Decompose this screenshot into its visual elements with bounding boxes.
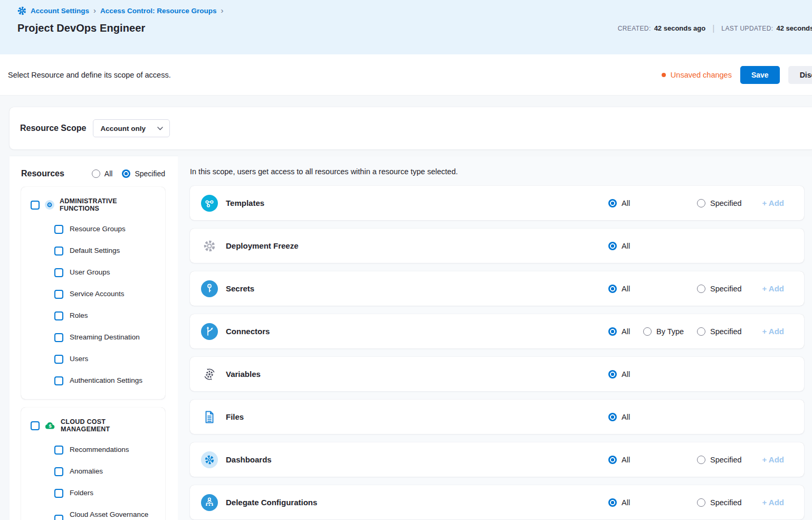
item-checkbox[interactable] — [54, 311, 63, 320]
dashboards-icon — [201, 451, 218, 468]
radio-all-label: All — [104, 169, 113, 178]
resource-type-label: Files — [226, 412, 244, 421]
list-item[interactable]: Cloud Asset Governance Rules — [54, 510, 157, 520]
resource-scope-dropdown[interactable]: Account only — [93, 119, 170, 137]
item-label: Folders — [70, 489, 93, 497]
list-item[interactable]: Resource Groups — [54, 225, 157, 234]
item-label: Users — [70, 355, 88, 363]
radio-specified[interactable] — [122, 169, 130, 178]
scope-description: In this scope, users get access to all r… — [190, 167, 804, 176]
radio-all[interactable] — [608, 199, 617, 207]
radio-specified[interactable] — [697, 327, 705, 336]
table-row: Dashboards All Specified + Add — [190, 442, 804, 477]
item-label: Recommendations — [70, 446, 129, 454]
save-button[interactable]: Save — [740, 66, 780, 84]
radio-all[interactable] — [608, 327, 617, 336]
breadcrumb-account-settings[interactable]: Account Settings — [31, 7, 89, 15]
radio-all[interactable] — [608, 285, 617, 293]
resource-type-label: Connectors — [226, 327, 270, 336]
radio-all[interactable] — [608, 456, 617, 464]
deployment-freeze-icon — [201, 238, 218, 254]
list-item[interactable]: Folders — [54, 489, 157, 498]
radio-all[interactable] — [608, 413, 617, 421]
resource-group-card: ADMINISTRATIVE FUNCTIONS Resource Groups… — [21, 187, 165, 399]
radio-specified[interactable] — [697, 498, 705, 507]
resource-types-panel: In this scope, users get access to all r… — [178, 156, 812, 520]
item-checkbox[interactable] — [54, 489, 63, 498]
created-value: 42 seconds ago — [654, 24, 706, 32]
variables-icon — [201, 366, 218, 383]
radio-label: All — [622, 456, 630, 464]
item-checkbox[interactable] — [54, 290, 63, 299]
breadcrumb-separator: › — [221, 6, 224, 15]
item-checkbox[interactable] — [54, 467, 63, 476]
list-item[interactable]: Service Accounts — [54, 290, 157, 299]
discard-button[interactable]: Discard — [788, 66, 812, 84]
item-checkbox[interactable] — [54, 446, 63, 455]
radio-label: Specified — [710, 498, 742, 507]
created-label: CREATED: — [618, 25, 651, 32]
item-label: Streaming Destination — [70, 333, 140, 342]
resource-type-label: Templates — [226, 198, 264, 207]
toolbar-description: Select Resource and define its scope of … — [8, 71, 171, 79]
radio-all[interactable] — [608, 242, 617, 250]
item-checkbox[interactable] — [54, 376, 63, 385]
group-checkbox[interactable] — [31, 421, 40, 430]
resource-rows: Templates All Specified + Add Deployment… — [190, 186, 804, 519]
resource-type-label: Dashboards — [226, 455, 272, 464]
item-checkbox[interactable] — [54, 515, 63, 520]
list-item[interactable]: Streaming Destination — [54, 333, 157, 342]
admin-functions-icon — [45, 200, 54, 210]
item-checkbox[interactable] — [54, 268, 63, 277]
list-item[interactable]: Recommendations — [54, 446, 157, 455]
list-item[interactable]: Authentication Settings — [54, 376, 157, 385]
item-label: Cloud Asset Governance Rules — [70, 510, 150, 520]
radio-all[interactable] — [608, 498, 617, 507]
gear-icon — [17, 6, 26, 15]
meta-divider: | — [712, 24, 714, 33]
item-checkbox[interactable] — [54, 247, 63, 256]
page-header: Account Settings › Access Control: Resou… — [0, 0, 812, 54]
radio-label: Specified — [710, 456, 742, 464]
resource-scope-value: Account only — [100, 125, 146, 133]
header-meta: CREATED: 42 seconds ago | LAST UPDATED: … — [618, 24, 812, 33]
resources-radio-all[interactable]: All — [92, 169, 113, 178]
item-checkbox[interactable] — [54, 355, 63, 364]
add-link[interactable]: + Add — [762, 498, 784, 507]
add-link[interactable]: + Add — [762, 455, 784, 464]
item-label: Service Accounts — [70, 290, 125, 298]
radio-specified[interactable] — [697, 199, 705, 207]
cloud-cost-icon: $ — [45, 421, 55, 430]
add-link[interactable]: + Add — [762, 198, 784, 207]
resource-scope-card: Resource Scope Account only — [9, 107, 812, 149]
list-item[interactable]: Anomalies — [54, 467, 157, 476]
list-item[interactable]: Users — [54, 355, 157, 364]
chevron-down-icon — [157, 127, 163, 130]
group-checkbox[interactable] — [31, 201, 40, 210]
radio-specified[interactable] — [697, 285, 705, 293]
add-link[interactable]: + Add — [762, 327, 784, 336]
list-item[interactable]: Roles — [54, 311, 157, 320]
list-item[interactable]: Default Settings — [54, 247, 157, 256]
radio-all[interactable] — [92, 169, 100, 178]
resource-type-label: Secrets — [226, 284, 254, 293]
list-item[interactable]: User Groups — [54, 268, 157, 277]
table-row: Secrets All Specified + Add — [190, 271, 804, 306]
resource-scope-label: Resource Scope — [20, 124, 86, 133]
radio-label: All — [622, 498, 630, 507]
item-checkbox[interactable] — [54, 333, 63, 342]
unsaved-label: Unsaved changes — [671, 71, 732, 79]
group-name: CLOUD COST MANAGEMENT — [61, 418, 157, 433]
item-label: Anomalies — [70, 467, 103, 476]
breadcrumb: Account Settings › Access Control: Resou… — [17, 6, 812, 15]
breadcrumb-resource-groups[interactable]: Access Control: Resource Groups — [100, 7, 217, 15]
updated-value: 42 seconds ago — [776, 24, 812, 32]
radio-by-type[interactable] — [643, 327, 652, 336]
resources-radio-specified[interactable]: Specified — [122, 169, 165, 178]
radio-all[interactable] — [608, 370, 617, 379]
radio-label: Specified — [710, 327, 742, 336]
radio-specified[interactable] — [697, 456, 705, 464]
add-link[interactable]: + Add — [762, 284, 784, 293]
table-row: Files All — [190, 400, 804, 434]
item-checkbox[interactable] — [54, 225, 63, 234]
